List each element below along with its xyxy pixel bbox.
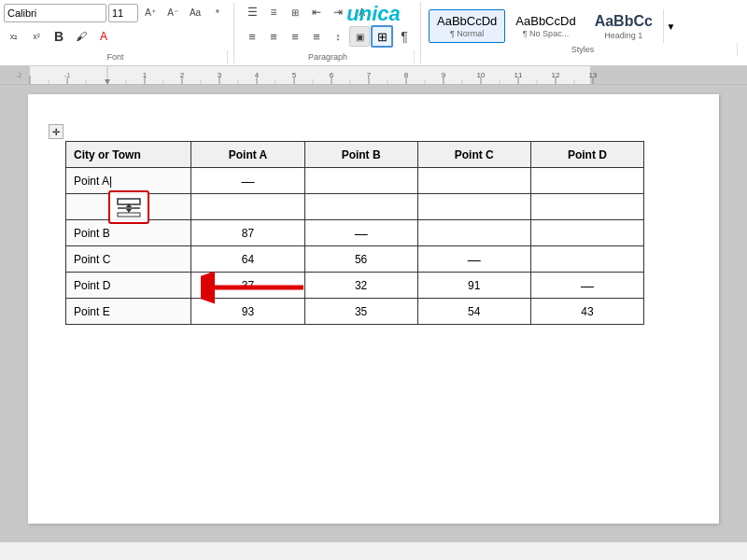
svg-rect-2 <box>590 66 747 85</box>
font-color-icon[interactable]: A <box>93 26 114 47</box>
cell-pointa-a[interactable]: — <box>191 168 304 194</box>
style-heading1[interactable]: AaBbCc Heading 1 <box>586 9 661 43</box>
sort-icon[interactable]: ↕A <box>349 2 370 22</box>
ribbon: Calibri 11 A⁺ A⁻ Aa * x₂ x² B 🖌 A Font ☰… <box>0 0 747 66</box>
align-icons-row: ☰ ≡ ⊞ ⇤ ⇥ ↕A <box>242 2 415 22</box>
svg-text:4: 4 <box>255 71 260 79</box>
numbering-icon[interactable]: ≡ <box>263 2 284 22</box>
styles-label: Styles <box>429 43 738 56</box>
para-icons-row: ≡ ≡ ≡ ≡ ↕ ▣ ⊞ ¶ <box>242 25 415 48</box>
cell-pointa-d[interactable] <box>530 168 643 194</box>
cell-split-b[interactable] <box>304 194 417 220</box>
styles-dropdown-icon[interactable]: ▼ <box>663 9 678 43</box>
change-case-icon[interactable]: Aa <box>185 3 205 23</box>
font-row1: Calibri 11 A⁺ A⁻ Aa * <box>4 3 228 23</box>
cell-pointd-c[interactable]: 91 <box>417 273 530 299</box>
paragraph-group: ☰ ≡ ⊞ ⇤ ⇥ ↕A ≡ ≡ ≡ ≡ ↕ ▣ ⊞ ¶ Paragraph <box>236 2 421 63</box>
document-area: ✛ City or Town Point A Point B Point C P… <box>0 85 747 542</box>
cell-pointd-b[interactable]: 32 <box>304 273 417 299</box>
bullets-icon[interactable]: ☰ <box>242 2 262 22</box>
table-header-row: City or Town Point A Point B Point C Poi… <box>66 142 644 168</box>
decrease-indent-icon[interactable]: ⇤ <box>306 2 327 22</box>
paragraph-label: Paragraph <box>242 50 415 63</box>
cell-pointb-a[interactable]: 87 <box>191 220 304 246</box>
table-row: Point E 93 35 54 43 <box>66 299 644 325</box>
svg-text:10: 10 <box>477 71 486 79</box>
cell-pointd-d[interactable]: — <box>530 273 643 299</box>
col-header-pointc: Point C <box>417 142 530 168</box>
cell-split-a[interactable] <box>191 194 304 220</box>
svg-text:12: 12 <box>552 71 560 79</box>
cell-pointb-city[interactable]: Point B <box>66 220 191 246</box>
font-name-input[interactable]: Calibri <box>4 4 106 22</box>
superscript-icon[interactable]: x² <box>26 26 47 47</box>
split-rows-icon-box[interactable] <box>108 190 149 224</box>
cell-pointe-city[interactable]: Point E <box>66 299 191 325</box>
cell-pointd-city[interactable]: Point D <box>66 273 191 299</box>
align-center-icon[interactable]: ≡ <box>263 26 284 47</box>
table-row-split <box>66 194 644 220</box>
borders-active-icon[interactable]: ⊞ <box>371 25 393 48</box>
style-heading1-preview: AaBbCc <box>595 12 653 30</box>
svg-text:9: 9 <box>442 71 446 79</box>
justify-icon[interactable]: ≡ <box>306 26 327 47</box>
cell-pointe-c[interactable]: 54 <box>417 299 530 325</box>
increase-indent-icon[interactable]: ⇥ <box>328 2 348 22</box>
svg-rect-1 <box>30 66 590 85</box>
cell-pointa-b[interactable] <box>304 168 417 194</box>
cell-pointe-a[interactable]: 93 <box>191 299 304 325</box>
split-rows-icon <box>116 196 142 218</box>
font-size-input[interactable]: 11 <box>108 4 138 22</box>
ruler: -2 -1 1 2 3 4 5 6 <box>0 66 747 85</box>
page: ✛ City or Town Point A Point B Point C P… <box>28 94 719 524</box>
cell-pointc-a[interactable]: 64 <box>191 246 304 273</box>
table-move-handle[interactable]: ✛ <box>49 124 63 139</box>
styles-group: AaBbCcDd ¶ Normal AaBbCcDd ¶ No Spac... … <box>423 9 743 56</box>
style-no-spacing-preview: AaBbCcDd <box>515 14 575 29</box>
svg-text:1: 1 <box>143 71 148 79</box>
cell-split-city[interactable] <box>66 194 191 220</box>
cell-pointe-b[interactable]: 35 <box>304 299 417 325</box>
cell-pointc-city[interactable]: Point C <box>66 246 191 273</box>
cell-split-c[interactable] <box>417 194 530 220</box>
col-header-pointd: Point D <box>530 142 643 168</box>
col-header-city: City or Town <box>66 142 191 168</box>
text-cursor <box>109 175 112 188</box>
shrink-font-icon[interactable]: A⁻ <box>162 3 183 23</box>
align-right-icon[interactable]: ≡ <box>285 26 305 47</box>
cell-pointc-b[interactable]: 56 <box>304 246 417 273</box>
bold-underline-color-icon[interactable]: B <box>49 26 69 47</box>
svg-rect-54 <box>118 213 140 217</box>
cell-pointd-a[interactable]: 37 <box>191 273 304 299</box>
subscript-icon[interactable]: x₂ <box>4 26 24 47</box>
svg-text:2: 2 <box>180 71 185 79</box>
table-row: Point A — <box>66 168 644 194</box>
cell-pointb-c[interactable] <box>417 220 530 246</box>
cell-pointc-c[interactable]: — <box>417 246 530 273</box>
grow-font-icon[interactable]: A⁺ <box>140 3 161 23</box>
table-row: Point B 87 — <box>66 220 644 246</box>
style-no-spacing[interactable]: AaBbCcDd ¶ No Spac... <box>507 9 584 43</box>
clear-format-icon[interactable]: * <box>207 3 228 23</box>
multilevel-list-icon[interactable]: ⊞ <box>285 2 305 22</box>
style-normal[interactable]: AaBbCcDd ¶ Normal <box>429 9 505 43</box>
align-left-icon[interactable]: ≡ <box>242 26 262 47</box>
cell-pointb-d[interactable] <box>530 220 643 246</box>
cell-pointc-d[interactable] <box>530 246 643 273</box>
font-row2: x₂ x² B 🖌 A <box>4 26 228 47</box>
svg-text:5: 5 <box>292 71 297 79</box>
font-group: Calibri 11 A⁺ A⁻ Aa * x₂ x² B 🖌 A Font <box>4 3 234 63</box>
cell-pointa-c[interactable] <box>417 168 530 194</box>
paragraph-mark-icon[interactable]: ¶ <box>394 26 415 47</box>
highlight-icon[interactable]: 🖌 <box>71 26 92 47</box>
style-normal-label: ¶ Normal <box>450 29 484 38</box>
style-no-spacing-label: ¶ No Spac... <box>523 29 569 38</box>
shading-icon[interactable]: ▣ <box>349 26 370 47</box>
cell-pointb-b[interactable]: — <box>304 220 417 246</box>
svg-text:6: 6 <box>330 71 334 79</box>
svg-text:7: 7 <box>367 71 372 79</box>
cell-pointe-d[interactable]: 43 <box>530 299 643 325</box>
data-table: City or Town Point A Point B Point C Poi… <box>65 141 644 325</box>
line-spacing-icon[interactable]: ↕ <box>328 26 348 47</box>
cell-split-d[interactable] <box>530 194 643 220</box>
